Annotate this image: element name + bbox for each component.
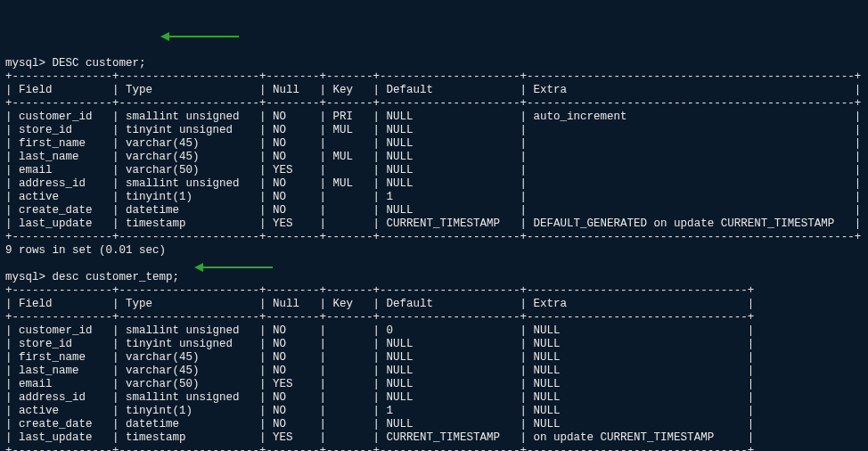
svg-marker-1 [160, 32, 169, 41]
table2-body: | customer_id | smallint unsigned | NO |… [5, 324, 754, 444]
command-2: desc customer_temp; [53, 271, 180, 283]
table1-sep-bot: +---------------+---------------------+-… [5, 231, 861, 243]
arrow-annotation-1 [160, 4, 241, 56]
table2-header: | Field | Type | Null | Key | Default | … [5, 298, 754, 310]
prompt-1: mysql> [5, 57, 45, 70]
command-1: DESC customer; [53, 57, 146, 70]
table2-sep-bot: +---------------+---------------------+-… [5, 445, 754, 451]
table1-sep-mid: +---------------+---------------------+-… [5, 97, 861, 110]
table1-status: 9 rows in set (0.01 sec) [5, 244, 166, 257]
table2-sep-mid: +---------------+---------------------+-… [5, 311, 754, 324]
svg-marker-3 [194, 263, 203, 272]
prompt-2: mysql> [5, 271, 45, 283]
table1-sep-top: +---------------+---------------------+-… [5, 70, 861, 83]
table1-header: | Field | Type | Null | Key | Default | … [5, 84, 861, 96]
table2-sep-top: +---------------+---------------------+-… [5, 284, 754, 297]
table1-body: | customer_id | smallint unsigned | NO |… [5, 111, 861, 230]
